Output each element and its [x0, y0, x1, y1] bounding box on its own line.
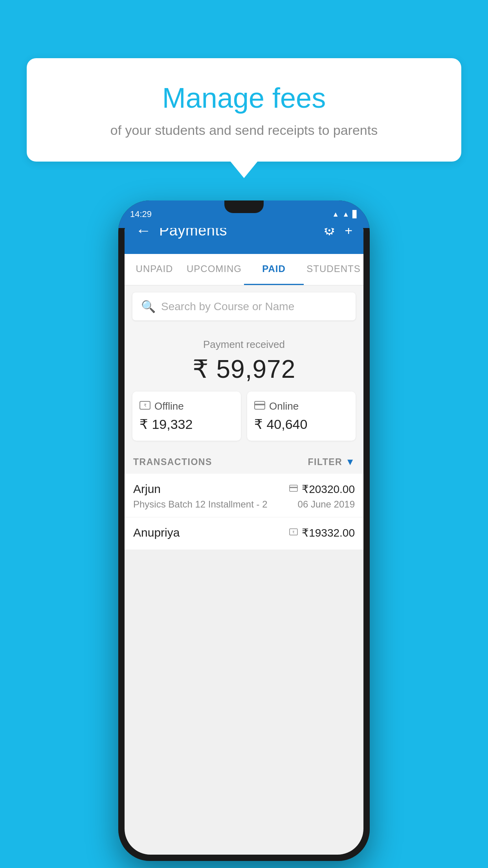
tab-paid[interactable]: PAID: [244, 254, 304, 285]
transaction-course: Physics Batch 12 Installment - 2: [133, 499, 267, 510]
offline-card: ₹ Offline ₹ 19,332: [132, 392, 241, 441]
filter-button[interactable]: FILTER ▼: [308, 456, 355, 467]
tab-upcoming[interactable]: UPCOMING: [184, 254, 244, 285]
speech-bubble: Manage fees of your students and send re…: [27, 58, 461, 162]
search-bar[interactable]: 🔍 Search by Course or Name: [132, 292, 356, 320]
offline-amount: ₹ 19,332: [139, 416, 234, 432]
svg-text:₹: ₹: [144, 403, 147, 408]
svg-rect-4: [290, 485, 297, 491]
phone-screen: ← Payments ⚙ + UNPAID UPCOMING PAID STUD…: [125, 207, 363, 855]
signal-icon: ▲: [342, 210, 349, 219]
status-icons: ▲ ▲ ▊: [332, 210, 358, 219]
online-amount: ₹ 40,640: [254, 416, 349, 432]
filter-label: FILTER: [308, 457, 342, 467]
bubble-title: Manage fees: [46, 82, 442, 114]
search-bar-container: 🔍 Search by Course or Name: [125, 285, 363, 327]
online-card: Online ₹ 40,640: [247, 392, 356, 441]
online-label: Online: [269, 400, 299, 412]
status-time: 14:29: [130, 209, 152, 219]
svg-rect-3: [255, 404, 265, 405]
svg-text:₹: ₹: [292, 530, 295, 534]
transaction-item[interactable]: Anupriya ₹ ₹19332.00: [125, 517, 363, 550]
payment-received-label: Payment received: [132, 338, 356, 351]
transaction-name: Arjun: [133, 482, 161, 496]
online-icon: [254, 400, 265, 412]
status-bar: 14:29 ▲ ▲ ▊: [118, 200, 370, 228]
phone-frame: 14:29 ▲ ▲ ▊ ← Payments ⚙ + UNPAID UPCOMI…: [118, 200, 370, 861]
battery-icon: ▊: [352, 210, 358, 219]
transactions-list: Arjun ₹20320.00 Physics Batch 12 Install…: [125, 474, 363, 550]
transaction-row-bottom: Physics Batch 12 Installment - 2 06 June…: [133, 499, 355, 510]
tab-students[interactable]: STUDENTS: [304, 254, 363, 285]
search-input[interactable]: Search by Course or Name: [161, 300, 294, 313]
transactions-label: TRANSACTIONS: [133, 457, 212, 467]
transaction-amount-row: ₹20320.00: [289, 483, 355, 496]
offline-card-header: ₹ Offline: [139, 400, 234, 412]
wifi-icon: ▲: [332, 210, 339, 219]
payment-cards: ₹ Offline ₹ 19,332: [132, 392, 356, 441]
payment-summary: Payment received ₹ 59,972 ₹ Offline: [125, 327, 363, 448]
transaction-row-top: Arjun ₹20320.00: [133, 482, 355, 496]
transaction-mode-icon: ₹: [289, 528, 298, 538]
transaction-item[interactable]: Arjun ₹20320.00 Physics Batch 12 Install…: [125, 474, 363, 517]
tabs-bar: UNPAID UPCOMING PAID STUDENTS: [125, 254, 363, 285]
transaction-name: Anupriya: [133, 526, 180, 539]
svg-rect-5: [290, 487, 297, 488]
transaction-mode-icon: [289, 484, 298, 494]
tab-unpaid[interactable]: UNPAID: [125, 254, 184, 285]
transaction-amount: ₹20320.00: [302, 483, 355, 496]
payment-total-amount: ₹ 59,972: [132, 355, 356, 384]
offline-label: Offline: [154, 400, 184, 412]
transaction-row-top: Anupriya ₹ ₹19332.00: [133, 526, 355, 539]
transaction-amount-row: ₹ ₹19332.00: [289, 526, 355, 539]
search-icon: 🔍: [141, 300, 156, 313]
offline-icon: ₹: [139, 400, 150, 412]
filter-icon: ▼: [345, 456, 355, 467]
phone-notch: [224, 200, 264, 213]
transaction-date: 06 June 2019: [298, 499, 355, 510]
transactions-header: TRANSACTIONS FILTER ▼: [125, 448, 363, 474]
transaction-amount: ₹19332.00: [302, 526, 355, 539]
online-card-header: Online: [254, 400, 349, 412]
bubble-subtitle: of your students and send receipts to pa…: [46, 121, 442, 140]
